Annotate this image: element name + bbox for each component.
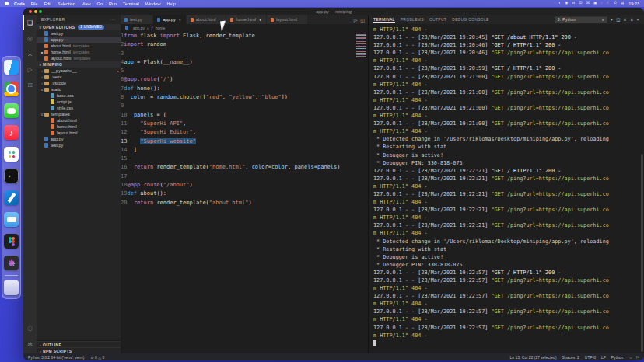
- breadcrumb[interactable]: app.py › ƒ home: [121, 24, 368, 31]
- dock-icon[interactable]: [4, 103, 19, 118]
- open-editor-item[interactable]: layout.html templates: [37, 55, 121, 61]
- terminal-selector[interactable]: 3: Python ∨: [555, 16, 607, 23]
- panel-tab[interactable]: TERMINAL: [373, 17, 395, 22]
- dock-icon[interactable]: [4, 190, 19, 205]
- file-tree-item[interactable]: app.py: [37, 136, 121, 142]
- file-tree-item[interactable]: about.html: [37, 117, 121, 124]
- tab-close-icon[interactable]: ●: [258, 17, 262, 22]
- dock-icon[interactable]: [4, 212, 19, 227]
- dock-icon[interactable]: [4, 82, 19, 96]
- menubar-status-icon[interactable]: ✆: [614, 2, 617, 5]
- menubar-status-icon[interactable]: ⌘: [586, 2, 590, 5]
- menubar-status-icon[interactable]: ◌: [600, 2, 603, 5]
- run-debug-icon[interactable]: ▷: [23, 61, 37, 77]
- menubar-app-name[interactable]: Code: [14, 2, 25, 6]
- menubar-status-icon[interactable]: ◉: [565, 2, 568, 5]
- file-tree-item[interactable]: ∨ static: [37, 86, 121, 92]
- menubar-status-icon[interactable]: Ⓖ: [579, 2, 583, 5]
- open-editor-item[interactable]: ● home.html templates: [37, 49, 121, 55]
- search-icon[interactable]: ◎: [23, 30, 37, 46]
- status-bar-item[interactable]: Ln 13, Col 22 (17 selected): [510, 355, 557, 360]
- file-tree-item[interactable]: test.py: [37, 142, 121, 148]
- status-bar-item[interactable]: UTF-8: [585, 355, 596, 360]
- dock-icon[interactable]: [4, 147, 19, 162]
- notifications-bell-icon[interactable]: ⚐: [636, 355, 639, 360]
- menubar-item[interactable]: Edit: [44, 2, 51, 6]
- explorer-icon[interactable]: ❏: [23, 15, 37, 30]
- menubar-item[interactable]: Run: [109, 2, 117, 6]
- file-tree-item[interactable]: script.js: [37, 99, 121, 105]
- split-editor-icon[interactable]: ◫: [360, 17, 365, 23]
- status-bar-item[interactable]: LF: [601, 355, 606, 360]
- file-tree-item[interactable]: base.css: [37, 92, 121, 99]
- code-editor[interactable]: 1 from flask import Flask, render_templa…: [121, 31, 368, 353]
- terminal-scrollbar[interactable]: [641, 154, 643, 352]
- terminal-output[interactable]: m HTTP/1.1" 404 - 127.0.0.1 - - [23/Mar/…: [369, 24, 644, 353]
- panel-tab[interactable]: DEBUG CONSOLE: [452, 17, 489, 22]
- editor-tab[interactable]: home.html ●: [226, 15, 267, 24]
- menubar-status-icon[interactable]: ⊟: [572, 2, 575, 5]
- menubar-status-icon[interactable]: ☾: [607, 2, 610, 5]
- menubar-status-icon[interactable]: ◐: [559, 2, 562, 5]
- file-tree-item[interactable]: › .vscode: [37, 80, 121, 86]
- run-python-file-icon[interactable]: ▷: [354, 17, 358, 23]
- account-icon[interactable]: ☉: [23, 321, 37, 336]
- dock-icon[interactable]: [4, 256, 19, 270]
- file-tree-item[interactable]: › .venv: [37, 74, 121, 80]
- tab-close-icon[interactable]: ×: [178, 17, 182, 22]
- file-tree-item[interactable]: › __pycache__ ●: [37, 68, 121, 74]
- open-editors-header[interactable]: ∨ OPEN EDITORS 1 UNSAVED: [37, 24, 121, 30]
- minimap[interactable]: [356, 33, 366, 59]
- feedback-smiley-icon[interactable]: ☺: [628, 355, 632, 360]
- dock-icon[interactable]: [5, 275, 18, 276]
- apple-menu-icon[interactable]: [5, 2, 9, 5]
- panel-tab[interactable]: PROBLEMS: [401, 17, 424, 22]
- settings-gear-icon[interactable]: ✻: [23, 336, 37, 352]
- dock-icon[interactable]: [4, 60, 19, 75]
- dock-icon[interactable]: [4, 125, 19, 140]
- sidebar-section-header[interactable]: › NPM SCRIPTS: [37, 347, 121, 353]
- menubar-status-icon[interactable]: ▣: [593, 2, 597, 5]
- terminal-text: 127.0.0.1 - - [23/Mar/2021 19:22:57]: [373, 277, 491, 284]
- python-interpreter-status[interactable]: Python 3.8.2 64-bit ('venv': venv): [28, 355, 85, 360]
- breadcrumb-file[interactable]: app.py: [133, 26, 145, 30]
- open-editor-item[interactable]: about.html templates: [37, 43, 121, 49]
- panel-tab[interactable]: OUTPUT: [429, 17, 446, 22]
- open-editor-item[interactable]: app.py: [37, 37, 121, 43]
- extensions-icon[interactable]: ⊞: [23, 77, 37, 92]
- menubar-status-icon[interactable]: ▤: [621, 2, 624, 5]
- source-control-icon[interactable]: Y: [23, 46, 37, 61]
- kill-terminal-icon[interactable]: ∪: [624, 17, 627, 22]
- status-bar-item[interactable]: Spaces: 2: [562, 355, 579, 360]
- status-bar-item[interactable]: Python: [611, 355, 624, 360]
- menubar-item[interactable]: View: [82, 2, 91, 6]
- file-tree-item[interactable]: layout.html: [37, 130, 121, 136]
- editor-tab[interactable]: test.py: [121, 15, 153, 24]
- window-title-bar[interactable]: app.py — miniping: [23, 8, 644, 15]
- menubar-item[interactable]: File: [31, 2, 38, 6]
- editor-tab[interactable]: layout.html: [267, 15, 308, 24]
- menubar-item[interactable]: Help: [166, 2, 175, 6]
- file-tree-item[interactable]: ∨ templates: [37, 111, 121, 117]
- menubar-item[interactable]: Terminal: [123, 2, 139, 6]
- menubar-clock[interactable]: 19:23: [628, 2, 639, 6]
- file-tree-item[interactable]: home.html: [37, 124, 121, 130]
- sidebar-more-actions-icon[interactable]: ···: [110, 17, 116, 22]
- menubar-item[interactable]: Go: [97, 2, 103, 6]
- split-terminal-icon[interactable]: ◫: [616, 17, 621, 22]
- menubar-item[interactable]: Window: [145, 2, 161, 6]
- sidebar-section-header[interactable]: › OUTLINE: [37, 341, 121, 347]
- open-editor-item[interactable]: test.py: [37, 30, 121, 37]
- file-tree-item[interactable]: style.css: [37, 105, 121, 111]
- breadcrumb-symbol[interactable]: home: [156, 26, 166, 30]
- workspace-folder-header[interactable]: ∨ MINIPING: [37, 61, 121, 68]
- dock-icon[interactable]: [4, 280, 19, 295]
- dock-icon[interactable]: [4, 234, 19, 249]
- maximize-panel-icon[interactable]: ∧: [630, 17, 633, 22]
- new-terminal-icon[interactable]: +: [611, 17, 614, 22]
- problems-status[interactable]: ⊘ 0 △ 0: [91, 355, 105, 360]
- menubar-item[interactable]: Selection: [58, 2, 75, 6]
- dock-icon[interactable]: [4, 169, 19, 183]
- editor-tab[interactable]: app.py ×: [153, 15, 187, 24]
- close-panel-icon[interactable]: ×: [636, 17, 639, 22]
